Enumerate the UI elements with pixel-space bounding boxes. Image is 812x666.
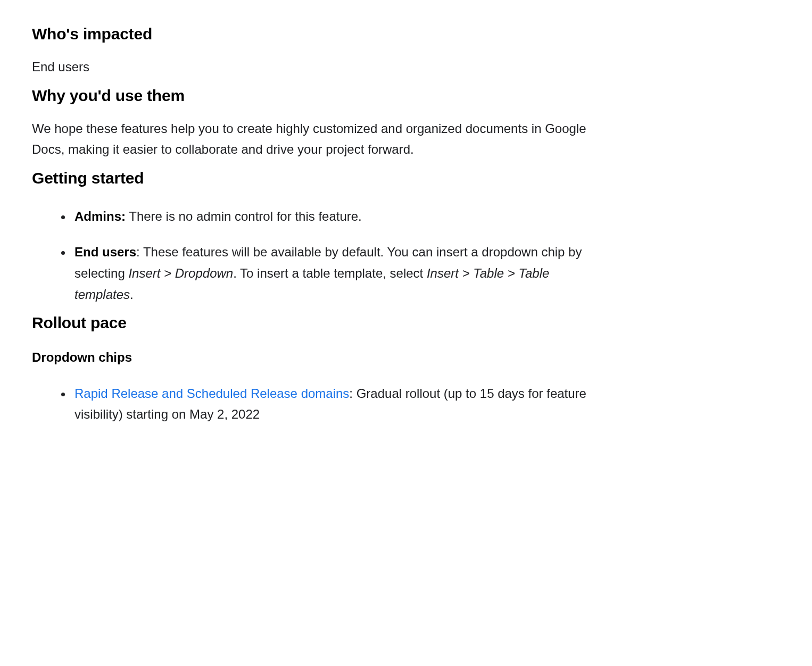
- list-getting-started: Admins: There is no admin control for th…: [32, 206, 780, 305]
- list-item: Rapid Release and Scheduled Release doma…: [72, 383, 594, 425]
- heading-getting-started: Getting started: [32, 165, 780, 191]
- heading-whos-impacted: Who's impacted: [32, 21, 780, 47]
- list-rollout: Rapid Release and Scheduled Release doma…: [32, 383, 780, 425]
- text-end-users-3: .: [130, 287, 134, 302]
- heading-rollout-pace: Rollout pace: [32, 310, 780, 336]
- label-end-users: End users: [74, 245, 136, 259]
- text-whos-impacted: End users: [32, 56, 591, 78]
- italic-insert-dropdown: Insert > Dropdown: [128, 266, 233, 280]
- list-item: End users: These features will be availa…: [72, 242, 594, 305]
- text-end-users-2: . To insert a table template, select: [233, 266, 427, 280]
- text-admins: There is no admin control for this featu…: [126, 209, 362, 223]
- subheading-dropdown-chips: Dropdown chips: [32, 347, 780, 368]
- link-release-domains[interactable]: Rapid Release and Scheduled Release doma…: [74, 386, 349, 401]
- label-admins: Admins:: [74, 209, 126, 223]
- heading-why-use: Why you'd use them: [32, 83, 780, 109]
- list-item: Admins: There is no admin control for th…: [72, 206, 594, 227]
- text-why-use: We hope these features help you to creat…: [32, 118, 591, 160]
